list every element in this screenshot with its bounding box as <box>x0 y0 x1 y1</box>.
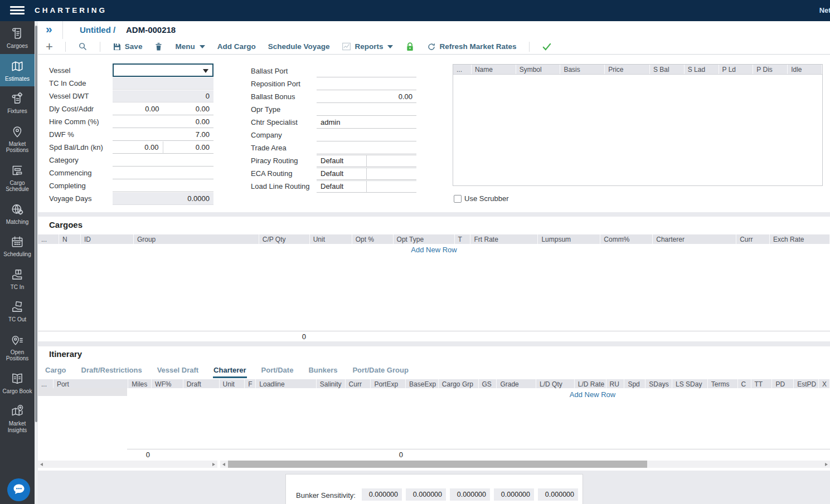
cargoes-add-new-row-link[interactable]: Add New Row <box>38 246 830 254</box>
tab-bunkers[interactable]: Bunkers <box>308 365 338 378</box>
itinerary-scrollbar[interactable] <box>220 461 830 468</box>
column-header-grade[interactable]: Grade <box>497 379 536 388</box>
column-header-comm[interactable]: Comm% <box>600 234 653 244</box>
save-button[interactable]: Save <box>113 42 143 51</box>
delete-button[interactable] <box>154 42 163 51</box>
scroll-left-icon[interactable] <box>38 461 45 468</box>
column-header-ru[interactable]: RU <box>606 379 625 388</box>
scroll-left-icon[interactable] <box>220 461 227 468</box>
field-ballast-port[interactable] <box>317 65 416 77</box>
tab-vessel-draft[interactable]: Vessel Draft <box>157 365 199 378</box>
field-ballast-bonus[interactable]: 0.00 <box>317 91 416 103</box>
itinerary-frozen-scrollbar[interactable] <box>38 461 217 468</box>
column-header-basis[interactable]: Basis <box>560 65 605 74</box>
expand-panel-icon[interactable]: » <box>46 22 52 36</box>
sidebar-item-open-positions[interactable]: Open Positions <box>0 327 35 366</box>
column-header-miles[interactable]: Miles <box>128 379 152 388</box>
column-header-[interactable]: ... <box>38 234 59 244</box>
routing-extra-cell[interactable] <box>367 180 417 193</box>
field-trade-area[interactable] <box>317 142 416 154</box>
menu-button[interactable]: Menu <box>175 42 205 51</box>
chat-button[interactable] <box>7 478 30 501</box>
column-header-[interactable]: ... <box>38 379 54 388</box>
routing-value-cell[interactable]: Default <box>317 180 367 193</box>
column-header-lumpsum[interactable]: Lumpsum <box>538 234 600 244</box>
column-header-[interactable]: ... <box>453 65 472 74</box>
field-piracy-routing[interactable]: Default <box>317 155 416 167</box>
lock-button[interactable] <box>405 42 415 52</box>
tab-charterer[interactable]: Charterer <box>213 365 247 378</box>
new-record-button[interactable]: + <box>46 41 53 52</box>
validate-button[interactable] <box>542 42 552 51</box>
column-header-gs[interactable]: GS <box>479 379 497 388</box>
column-header-estpd[interactable]: EstPD <box>794 379 819 388</box>
scroll-right-icon[interactable] <box>210 461 217 468</box>
sidebar-item-estimates[interactable]: Estimates <box>0 54 35 87</box>
use-scrubber-checkbox[interactable] <box>454 195 462 203</box>
field-vessel-dwt[interactable]: 0 <box>113 90 213 102</box>
sidebar-scrollbar-thumb[interactable] <box>35 26 37 422</box>
column-header-draft[interactable]: Draft <box>183 379 220 388</box>
column-header-port[interactable]: Port <box>54 379 128 388</box>
search-button[interactable] <box>78 42 88 51</box>
column-header-c-p-qty[interactable]: C/P Qty <box>259 234 310 244</box>
sidebar-item-tc-in[interactable]: TC In <box>0 262 35 295</box>
column-header-p-dis[interactable]: P Dis <box>753 65 788 74</box>
column-header-s-bal[interactable]: S Bal <box>650 65 685 74</box>
sidebar-item-tc-out[interactable]: TC Out <box>0 295 35 327</box>
column-header-c[interactable]: C <box>738 379 751 388</box>
topbar-network-link[interactable]: Network <box>819 6 830 14</box>
column-header-frt-rate[interactable]: Frt Rate <box>470 234 538 244</box>
column-header-p-ld[interactable]: P Ld <box>719 65 754 74</box>
routing-value-cell[interactable]: Default <box>317 168 367 180</box>
column-header-t[interactable]: T <box>455 234 471 244</box>
column-header-x[interactable]: X <box>819 379 830 388</box>
field-value-right[interactable]: 0.00 <box>163 103 214 115</box>
column-header-unit[interactable]: Unit <box>220 379 245 388</box>
column-header-charterer[interactable]: Charterer <box>653 234 736 244</box>
column-header-exch-rate[interactable]: Exch Rate <box>770 234 830 244</box>
column-header-price[interactable]: Price <box>605 65 650 74</box>
column-header-tt[interactable]: TT <box>751 379 773 388</box>
column-header-symbol[interactable]: Symbol <box>516 65 561 74</box>
column-header-id[interactable]: ID <box>81 234 134 244</box>
column-header-n[interactable]: N <box>59 234 81 244</box>
sidebar-item-matching[interactable]: Matching <box>0 197 35 230</box>
sidebar-item-cargo-schedule[interactable]: Cargo Schedule <box>0 158 35 197</box>
hamburger-menu-icon[interactable] <box>10 6 25 15</box>
tab-port-date-group[interactable]: Port/Date Group <box>352 365 409 378</box>
column-header-wf[interactable]: WF% <box>152 379 183 388</box>
field-dwf[interactable]: 7.00 <box>113 129 213 141</box>
refresh-market-rates-button[interactable]: Refresh Market Rates <box>427 42 516 51</box>
itinerary-add-new-row-link[interactable]: Add New Row <box>556 390 629 399</box>
scroll-right-icon[interactable] <box>823 461 830 468</box>
field-tc-in-code[interactable] <box>113 77 213 90</box>
column-header-loadline[interactable]: Loadline <box>256 379 316 388</box>
field-load-line-routing[interactable]: Default <box>317 180 416 193</box>
scrollbar-thumb[interactable] <box>228 461 647 468</box>
routing-extra-cell[interactable] <box>367 155 417 167</box>
field-voyage-days[interactable]: 0.0000 <box>113 193 213 205</box>
column-header-idle[interactable]: Idle <box>788 65 822 74</box>
field-company[interactable] <box>317 129 416 141</box>
field-reposition-port[interactable] <box>317 78 416 90</box>
column-header-curr[interactable]: Curr <box>346 379 371 388</box>
field-hire-comm[interactable]: 0.00 <box>113 116 213 128</box>
field-value-left[interactable]: 0.00 <box>113 103 163 115</box>
column-header-pd[interactable]: PD <box>772 379 794 388</box>
field-vessel[interactable] <box>113 63 213 77</box>
reports-button[interactable]: Reports <box>342 42 393 51</box>
field-value-right[interactable]: 0.00 <box>163 141 214 154</box>
field-value-left[interactable]: 0.00 <box>113 141 163 154</box>
column-header-salinity[interactable]: Salinity <box>317 379 346 388</box>
column-header-s-lad[interactable]: S Lad <box>685 65 719 74</box>
column-header-unit[interactable]: Unit <box>310 234 352 244</box>
column-header-sdays[interactable]: SDays <box>645 379 672 388</box>
column-header-portexp[interactable]: PortExp <box>371 379 406 388</box>
sidebar-item-cargoes[interactable]: Cargoes <box>0 21 35 54</box>
column-header-ls-sday[interactable]: LS SDay <box>672 379 708 388</box>
tab-cargo[interactable]: Cargo <box>45 365 67 378</box>
field-completing[interactable] <box>113 180 213 192</box>
sidebar-item-fixtures[interactable]: Fixtures <box>0 86 35 119</box>
column-header-name[interactable]: Name <box>472 65 516 74</box>
